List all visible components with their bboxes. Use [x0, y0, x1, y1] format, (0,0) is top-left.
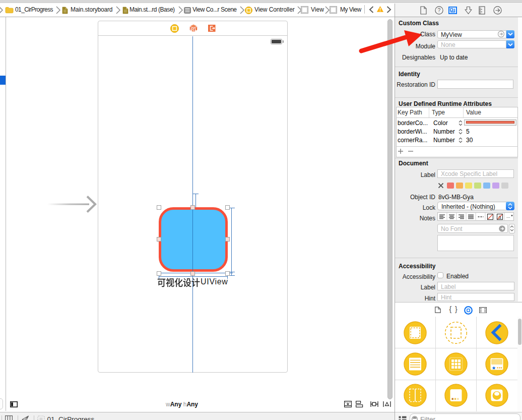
svg-text:?: ?	[438, 7, 441, 13]
svg-text:0: 0	[190, 27, 192, 32]
svg-text:...: ...	[506, 214, 510, 219]
svg-text:1: 1	[194, 27, 196, 32]
